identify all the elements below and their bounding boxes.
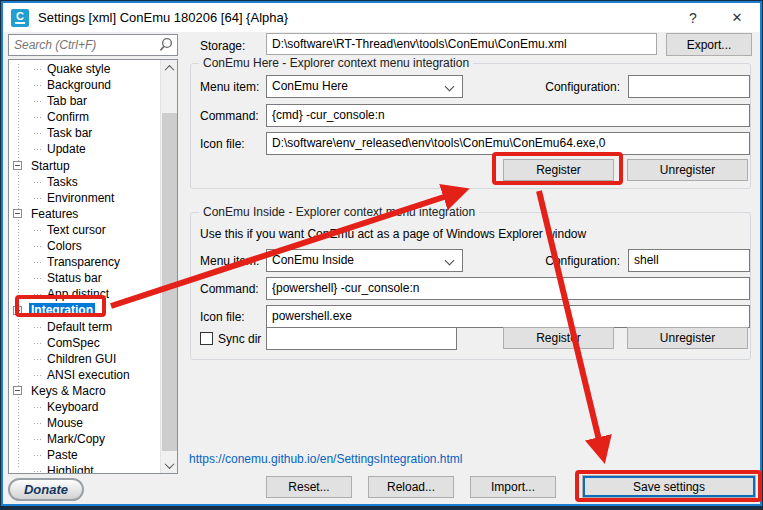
icon-file-field[interactable]: D:\software\env_released\env\tools\ConEm…	[266, 132, 750, 155]
tree-item-label: Mouse	[45, 416, 85, 430]
menu-item-label: Menu item:	[200, 80, 259, 94]
inside-configuration-label: Configuration:	[513, 254, 620, 268]
import-button[interactable]: Import...	[470, 476, 556, 498]
tree-item-mouse[interactable]: Mouse	[9, 415, 160, 431]
register-button[interactable]: Register	[503, 159, 614, 181]
tree-item-keys-macro[interactable]: Keys & Macro	[9, 383, 160, 399]
menu-item-dropdown[interactable]: ConEmu Here	[266, 75, 463, 98]
settings-tree[interactable]: Quake styleBackgroundTab barConfirmTask …	[8, 59, 178, 474]
scroll-down-icon[interactable]	[161, 457, 178, 473]
close-button[interactable]: ✕	[720, 3, 754, 32]
sync-dir-field[interactable]	[266, 327, 457, 350]
save-settings-button[interactable]: Save settings	[582, 475, 756, 498]
export-button[interactable]: Export...	[666, 33, 752, 56]
tree-item-startup[interactable]: Startup	[9, 158, 160, 174]
tree-item-update[interactable]: Update	[9, 141, 160, 157]
tree-item-text-cursor[interactable]: Text cursor	[9, 222, 160, 238]
tree-item-label: Paste	[45, 448, 80, 462]
tree-item-label: Default term	[45, 320, 114, 334]
scroll-up-icon[interactable]	[161, 60, 178, 76]
tree-item-highlight[interactable]: Highlight	[9, 463, 160, 474]
sync-dir-label: Sync dir	[218, 332, 261, 346]
tree-collapse-icon[interactable]	[13, 161, 22, 170]
inside-menu-item-value: ConEmu Inside	[272, 253, 354, 267]
tree-item-label: Features	[29, 207, 80, 221]
search-box[interactable]	[8, 34, 178, 56]
inside-command-field[interactable]: {powershell} -cur_console:n	[266, 277, 750, 300]
command-label: Command:	[200, 109, 259, 123]
tree-item-label: Mark/Copy	[45, 432, 107, 446]
tree-item-label: Integration	[29, 303, 95, 317]
tree-item-default-term[interactable]: Default term	[9, 319, 160, 335]
tree-item-tasks[interactable]: Tasks	[9, 174, 160, 190]
settings-window: C Settings [xml] ConEmu 180206 [64] {Alp…	[1, 1, 762, 506]
inside-unregister-button[interactable]: Unregister	[627, 327, 748, 349]
help-button[interactable]: ?	[676, 3, 710, 32]
tree-item-label: Background	[45, 78, 113, 92]
tree-item-label: Children GUI	[45, 352, 118, 366]
sync-dir-checkbox[interactable]	[200, 332, 213, 345]
tree-item-environment[interactable]: Environment	[9, 190, 160, 206]
inside-icon-file-field[interactable]: powershell.exe	[266, 305, 750, 328]
tree-item-label: Colors	[45, 239, 84, 253]
search-input[interactable]	[9, 38, 157, 52]
tree-item-paste[interactable]: Paste	[9, 447, 160, 463]
menu-item-value: ConEmu Here	[272, 79, 348, 93]
tree-item-label: Update	[45, 142, 88, 156]
tree-item-confirm[interactable]: Confirm	[9, 109, 160, 125]
tree-item-children-gui[interactable]: Children GUI	[9, 351, 160, 367]
storage-field[interactable]: D:\software\RT-Thread\env\tools\ConEmu\C…	[266, 33, 657, 55]
tree-item-task-bar[interactable]: Task bar	[9, 125, 160, 141]
tree-item-colors[interactable]: Colors	[9, 238, 160, 254]
tree-collapse-icon[interactable]	[13, 209, 22, 218]
inside-menu-item-dropdown[interactable]: ConEmu Inside	[266, 249, 463, 272]
inside-description: Use this if you want ConEmu act as a pag…	[200, 227, 586, 241]
donate-button[interactable]: Donate	[8, 478, 84, 501]
tree-item-label: Text cursor	[45, 223, 108, 237]
tree-item-status-bar[interactable]: Status bar	[9, 270, 160, 286]
conemu-app-icon: C	[11, 9, 29, 27]
tree-item-tab-bar[interactable]: Tab bar	[9, 93, 160, 109]
tree-item-comspec[interactable]: ComSpec	[9, 335, 160, 351]
tree-item-keyboard[interactable]: Keyboard	[9, 399, 160, 415]
tree-item-label: Keyboard	[45, 400, 100, 414]
scroll-thumb[interactable]	[162, 113, 177, 451]
tree-item-ansi-execution[interactable]: ANSI execution	[9, 367, 160, 383]
configuration-label: Configuration:	[513, 80, 620, 94]
tree-item-label: ANSI execution	[45, 368, 132, 382]
tree-item-transparency[interactable]: Transparency	[9, 254, 160, 270]
command-field[interactable]: {cmd} -cur_console:n	[266, 104, 750, 127]
tree-item-label: Environment	[45, 191, 116, 205]
tree-item-features[interactable]: Features	[9, 206, 160, 222]
window-title: Settings [xml] ConEmu 180206 [64] {Alpha…	[38, 10, 288, 25]
inside-command-label: Command:	[200, 282, 259, 296]
settings-integration-link[interactable]: https://conemu.github.io/en/SettingsInte…	[189, 452, 463, 466]
reload-button[interactable]: Reload...	[368, 476, 454, 498]
unregister-button[interactable]: Unregister	[627, 159, 748, 181]
tree-collapse-icon[interactable]	[13, 386, 22, 395]
storage-label: Storage:	[200, 39, 245, 53]
tree-scrollbar[interactable]	[160, 60, 177, 473]
inside-configuration-field[interactable]: shell	[628, 249, 750, 272]
inside-icon-file-label: Icon file:	[200, 310, 245, 324]
conemu-here-group-title: ConEmu Here - Explorer context menu inte…	[199, 56, 473, 70]
tree-item-label: Startup	[29, 159, 72, 173]
tree-item-label: ComSpec	[45, 336, 102, 350]
inside-register-button[interactable]: Register	[503, 327, 614, 349]
tree-item-mark-copy[interactable]: Mark/Copy	[9, 431, 160, 447]
reset-button[interactable]: Reset...	[266, 476, 352, 498]
tree-item-label: Transparency	[45, 255, 122, 269]
tree-item-label: Confirm	[45, 110, 91, 124]
tree-item-label: Highlight	[45, 464, 96, 474]
tree-collapse-icon[interactable]	[13, 306, 22, 315]
configuration-field[interactable]	[628, 75, 750, 98]
tree-item-background[interactable]: Background	[9, 77, 160, 93]
tree-item-label: Quake style	[45, 62, 112, 76]
icon-file-label: Icon file:	[200, 137, 245, 151]
tree-item-label: Task bar	[45, 126, 94, 140]
tree-item-label: Status bar	[45, 271, 104, 285]
tree-item-app-distinct[interactable]: App distinct	[9, 286, 160, 302]
chevron-down-icon	[445, 256, 455, 266]
tree-item-quake-style[interactable]: Quake style	[9, 61, 160, 77]
tree-item-integration[interactable]: Integration	[9, 302, 160, 318]
